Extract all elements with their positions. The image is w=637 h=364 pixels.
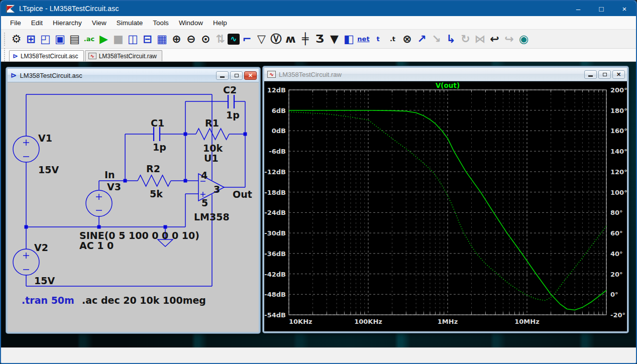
- tab-label: LM358TestCircuit.raw: [99, 53, 157, 60]
- app-title-bar[interactable]: LTspice - LM358TestCircuit.asc – □ ×: [1, 1, 636, 16]
- tabbar-grip[interactable]: [4, 48, 7, 61]
- new-schematic-icon[interactable]: ⊞: [24, 32, 38, 47]
- schematic-label: R1: [205, 117, 219, 129]
- schematic-restore-button[interactable]: [230, 71, 243, 80]
- zoom-in-icon[interactable]: ⊕: [169, 32, 184, 47]
- schematic-canvas[interactable]: V115VV215VInV3C11pR25kR110kU1C21pOutLM35…: [8, 82, 259, 331]
- y-right-tick-label: 20°: [610, 271, 623, 278]
- tile-vertically-icon[interactable]: ◫: [126, 32, 140, 47]
- schematic-close-button[interactable]: ✕: [244, 71, 257, 80]
- undo-icon[interactable]: ↩: [487, 32, 502, 47]
- cascade-windows-icon[interactable]: ▦: [155, 32, 169, 47]
- y-right-tick-label: 120°: [610, 168, 627, 176]
- waveform-minimize-button[interactable]: [584, 70, 597, 79]
- y-left-tick-label: -42dB: [264, 271, 286, 278]
- y-right-tick-label: 40°: [610, 250, 623, 258]
- open-file-icon[interactable]: ◰: [38, 32, 53, 47]
- tile-horizontally-icon[interactable]: ⊟: [140, 32, 155, 47]
- delete-icon[interactable]: ⊗: [400, 32, 414, 47]
- waveform-tab-icon: ∿: [88, 53, 96, 59]
- menu-file[interactable]: File: [5, 17, 26, 29]
- menu-hierarchy[interactable]: Hierarchy: [48, 17, 87, 29]
- waveform-close-button[interactable]: ✕: [612, 70, 625, 79]
- schematic-label: V2: [34, 242, 48, 253]
- waveform-window-title-bar[interactable]: ∿ LM358TestCircuit.raw ✕: [264, 68, 627, 81]
- text-icon[interactable]: t: [371, 32, 385, 47]
- inductor-icon[interactable]: Ʒ: [312, 32, 327, 47]
- schematic-label: AC 1 0: [79, 240, 114, 251]
- zoom-area-icon[interactable]: ◉: [516, 32, 531, 47]
- save-icon[interactable]: ▣: [53, 32, 67, 47]
- y-right-tick-label: 180°: [610, 107, 627, 114]
- control-panel-gear-icon[interactable]: ⚙: [9, 32, 24, 47]
- menu-view[interactable]: View: [87, 17, 112, 29]
- schematic-label: 15V: [38, 164, 59, 175]
- schematic-labels: V115VV215VInV3C11pR25kR110kU1C21pOutLM35…: [22, 84, 252, 306]
- y-left-tick-label: -12dB: [264, 168, 286, 176]
- spice-directive-icon[interactable]: .t: [385, 32, 400, 47]
- x-tick-label: 1MHz: [438, 318, 458, 325]
- status-bar: [1, 347, 636, 364]
- schematic-label: 4: [201, 170, 207, 181]
- diode-icon[interactable]: ▼: [327, 32, 342, 47]
- y-left-tick-label: -48dB: [264, 291, 286, 298]
- net-label-icon[interactable]: net: [356, 32, 371, 47]
- component-icon[interactable]: ◧: [342, 32, 356, 47]
- ground-icon[interactable]: ▽: [254, 32, 269, 47]
- schematic-tab-icon: ⊳: [13, 52, 18, 60]
- y-right-tick-label: -20°: [610, 311, 625, 319]
- menu-window[interactable]: Window: [174, 17, 208, 29]
- mirror-icon: ⋈: [473, 32, 487, 47]
- waveform-restore-button[interactable]: [598, 70, 611, 79]
- y-left-tick-label: -54dB: [264, 311, 286, 319]
- duplicate-icon[interactable]: ↗: [414, 32, 429, 47]
- ltspice-app-window: LTspice - LM358TestCircuit.asc – □ × Fil…: [0, 0, 637, 364]
- tab-LM358TestCircuit.raw[interactable]: ∿LM358TestCircuit.raw: [85, 50, 162, 61]
- trace-name-vout[interactable]: V(out): [436, 81, 460, 89]
- halt-icon: ■: [111, 32, 126, 47]
- schematic-label: 5: [201, 197, 208, 208]
- y-left-tick-label: 6dB: [272, 107, 286, 114]
- mdi-workspace: ⊳ LM358TestCircuit.asc ✕ V115VV215VInV3C…: [1, 62, 636, 347]
- zoom-out-icon[interactable]: ⊖: [184, 32, 198, 47]
- toolbar: ⚙⊞◰▣▤.ac▶■◫⊟▦⊕⊖⊙⇅∿⌐▽Ⓥʍ╪Ʒ▼◧nett.t⊗↗↘↳↻⋈↩↪…: [1, 30, 636, 49]
- toolbar-grip[interactable]: [4, 33, 7, 46]
- menu-simulate[interactable]: Simulate: [112, 17, 148, 29]
- wire-icon[interactable]: ⌐: [240, 32, 254, 47]
- schematic-label: SINE(0 5 100 0 0 0 10): [79, 230, 199, 241]
- menu-help[interactable]: Help: [208, 17, 232, 29]
- tab-LM358TestCircuit.asc[interactable]: ⊳LM358TestCircuit.asc: [9, 50, 84, 61]
- schematic-minimize-button[interactable]: [216, 71, 229, 80]
- run-icon[interactable]: ▶: [96, 32, 111, 47]
- schematic-label: 1p: [226, 109, 240, 120]
- y-right-tick-label: 100°: [610, 189, 627, 196]
- schematic-window-title-bar[interactable]: ⊳ LM358TestCircuit.asc ✕: [8, 69, 259, 82]
- y-left-tick-label: 12dB: [267, 86, 286, 94]
- close-button[interactable]: ×: [613, 1, 636, 16]
- pan-icon: ⇅: [213, 32, 228, 47]
- capacitor-icon[interactable]: ╪: [298, 32, 312, 47]
- x-tick-label: 10KHz: [289, 318, 312, 325]
- edit-simulation-cmd-icon[interactable]: .ac: [82, 32, 96, 47]
- app-title: LTspice - LM358TestCircuit.asc: [19, 5, 567, 13]
- menu-edit[interactable]: Edit: [26, 17, 48, 29]
- schematic-label: Out: [233, 189, 252, 200]
- schematic-label: 10k: [203, 143, 223, 154]
- minimize-button[interactable]: –: [567, 1, 590, 16]
- schematic-label: 15V: [34, 275, 55, 286]
- waveform-window: ∿ LM358TestCircuit.raw ✕ 12dB200°6dB180°…: [263, 66, 628, 333]
- voltage-source-icon[interactable]: Ⓥ: [269, 32, 283, 47]
- print-icon[interactable]: ▤: [67, 32, 82, 47]
- schematic-label: .ac dec 20 10k 100meg: [82, 295, 206, 306]
- waveform-icon[interactable]: ∿: [228, 34, 240, 45]
- y-right-tick-label: 0°: [610, 291, 618, 298]
- y-right-tick-label: 60°: [610, 229, 623, 237]
- zoom-full-extents-icon[interactable]: ⊙: [198, 32, 213, 47]
- waveform-canvas[interactable]: 12dB200°6dB180°0dB160°-6dB140°-12dB120°-…: [264, 81, 627, 331]
- schematic-label: V3: [107, 181, 121, 192]
- schematic-window-title: LM358TestCircuit.asc: [20, 72, 213, 79]
- menu-tools[interactable]: Tools: [148, 17, 174, 29]
- drag-icon[interactable]: ↳: [444, 32, 458, 47]
- maximize-button[interactable]: □: [590, 1, 613, 16]
- resistor-icon[interactable]: ʍ: [283, 32, 298, 47]
